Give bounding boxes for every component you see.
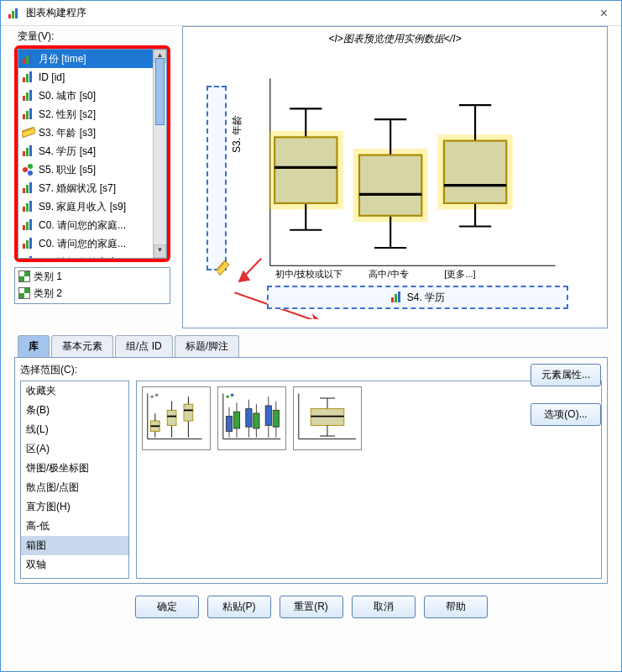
chart-type-item[interactable]: 条(B) (21, 401, 128, 420)
paste-button[interactable]: 粘贴(P) (207, 596, 271, 618)
variable-label: S5. 职业 [s5] (39, 163, 96, 177)
variable-item[interactable]: C0. 请问您的家庭... (18, 234, 166, 253)
category-icon (18, 287, 30, 299)
chart-type-item[interactable]: 线(L) (21, 420, 128, 439)
variables-list[interactable]: 月份 [time]ID [id]S0. 城市 [s0]S2. 性别 [s2]S3… (18, 49, 167, 259)
tab-basic-elements[interactable]: 基本元素 (51, 335, 113, 357)
nom-icon (22, 163, 35, 176)
boxplot-thumb-1d[interactable] (293, 386, 362, 450)
variable-label: C0. 请问您的家庭... (39, 237, 126, 251)
y-axis-dropzone[interactable] (206, 86, 227, 270)
chart-type-item[interactable]: 区(A) (21, 439, 128, 459)
variable-item[interactable]: C0. 请问您的家庭... (18, 216, 166, 234)
titlebar[interactable]: 图表构建程序 × (1, 1, 621, 26)
scroll-down-button[interactable]: ▼ (154, 244, 166, 258)
x-axis-label: S4. 学历 (407, 291, 445, 305)
tab-titles-footnotes[interactable]: 标题/脚注 (175, 335, 239, 357)
svg-rect-71 (265, 406, 271, 425)
variable-label: S0. 城市 [s0] (39, 89, 96, 103)
variable-item[interactable]: S3. 年龄 [s3] (18, 123, 166, 142)
variable-item[interactable]: ID [id] (18, 68, 166, 87)
tab-gallery[interactable]: 库 (18, 335, 50, 357)
svg-rect-39 (444, 141, 506, 203)
svg-rect-59 (226, 417, 232, 432)
categories-list[interactable]: 类别 1 类别 2 (14, 267, 170, 304)
x-axis-dropzone[interactable]: S4. 学历 (267, 286, 568, 309)
bars-icon (22, 144, 35, 158)
cancel-button[interactable]: 取消 (352, 596, 416, 618)
variable-label: S3. 年龄 [s3] (39, 126, 96, 140)
svg-point-58 (231, 394, 234, 397)
dialog-buttons: 确定 粘贴(P) 重置(R) 取消 帮助 (14, 596, 608, 618)
tab-groups-point-id[interactable]: 组/点 ID (115, 335, 173, 357)
variable-label: S7. 婚姻状况 [s7] (39, 181, 116, 196)
chart-type-item[interactable]: 直方图(H) (21, 497, 128, 517)
x-tick-label: [更多...] (431, 268, 489, 281)
variable-label: C0. 请问您的家庭... (39, 218, 126, 233)
bars-icon (22, 255, 35, 259)
x-tick-label: 高中/中专 (355, 268, 422, 281)
variable-item[interactable]: S9. 家庭月收入 [s9] (18, 197, 166, 216)
chart-preview: <I>图表预览使用实例数据</I> S3. 年龄 (182, 26, 608, 328)
svg-rect-12 (12, 11, 14, 18)
svg-rect-52 (184, 404, 193, 421)
svg-rect-11 (8, 14, 11, 18)
scroll-thumb[interactable] (155, 58, 165, 125)
variable-item[interactable]: S7. 婚姻状况 [s7] (18, 179, 166, 197)
help-button[interactable]: 帮助 (424, 596, 488, 618)
variable-item[interactable]: S0. 城市 [s0] (18, 87, 166, 105)
variable-label: S9. 家庭月收入 [s9] (39, 200, 126, 214)
bars-icon (22, 218, 35, 232)
svg-rect-74 (273, 410, 279, 427)
svg-rect-62 (233, 412, 239, 428)
ruler-icon (22, 126, 35, 139)
highlight-box: 月份 [time]ID [id]S0. 城市 [s0]S2. 性别 [s2]S3… (14, 45, 170, 262)
variable-item[interactable]: S5. 职业 [s5] (18, 160, 166, 179)
category-icon (18, 270, 30, 282)
variable-item[interactable]: 月份 [time] (18, 50, 166, 68)
variable-item[interactable]: C1. 请问你的家庭... (18, 253, 166, 259)
chart-type-item[interactable]: 散点图/点图 (21, 478, 128, 497)
category-item[interactable]: 类别 1 (15, 268, 170, 285)
boxplot-thumb-simple[interactable] (142, 386, 211, 450)
y-axis-label: S3. 年龄 (230, 115, 244, 153)
bars-icon (390, 291, 404, 304)
svg-rect-65 (246, 409, 252, 428)
dialog-window: 图表构建程序 × 变量(V): 月份 [time]ID [id]S0. 城市 [… (0, 0, 622, 672)
variables-label: 变量(V): (18, 29, 170, 44)
bars-icon (22, 237, 35, 250)
chart-type-item[interactable]: 高-低 (21, 517, 128, 536)
chart-type-item[interactable]: 饼图/极坐标图 (21, 459, 128, 478)
bars-icon (22, 52, 35, 66)
x-tick-label: 初中/技校或以下 (271, 268, 347, 281)
variable-item[interactable]: S2. 性别 [s2] (18, 105, 166, 123)
gallery-label: 选择范围(C): (20, 363, 602, 377)
svg-point-57 (226, 395, 229, 398)
bars-icon (22, 181, 35, 195)
chart-type-item[interactable]: 收藏夹 (21, 381, 128, 401)
variable-label: S4. 学历 [s4] (39, 144, 96, 159)
boxplot-thumb-clustered[interactable] (217, 386, 286, 450)
variables-scrollbar[interactable]: ▲ ▼ (153, 50, 166, 258)
ok-button[interactable]: 确定 (135, 596, 199, 618)
variable-label: C1. 请问你的家庭... (39, 255, 126, 260)
svg-point-42 (155, 394, 159, 397)
category-item[interactable]: 类别 2 (15, 285, 170, 302)
element-properties-button[interactable]: 元素属性... (531, 364, 601, 386)
category-label: 类别 1 (34, 270, 62, 284)
chart-type-item[interactable]: 箱图 (21, 536, 128, 555)
close-button[interactable]: × (593, 6, 614, 21)
options-button[interactable]: 选项(O)... (531, 403, 601, 426)
bars-icon (22, 108, 35, 121)
bars-icon (22, 71, 35, 84)
tabs: 库 基本元素 组/点 ID 标题/脚注 (14, 335, 608, 357)
chart-type-item[interactable]: 双轴 (21, 555, 128, 575)
app-icon (8, 7, 21, 20)
reset-button[interactable]: 重置(R) (280, 596, 343, 618)
svg-point-41 (150, 395, 154, 398)
svg-rect-68 (254, 413, 259, 428)
svg-rect-25 (274, 137, 337, 203)
bars-icon (22, 200, 35, 213)
variable-item[interactable]: S4. 学历 [s4] (18, 142, 166, 160)
chart-types-list[interactable]: 收藏夹条(B)线(L)区(A)饼图/极坐标图散点图/点图直方图(H)高-低箱图双… (20, 381, 129, 579)
